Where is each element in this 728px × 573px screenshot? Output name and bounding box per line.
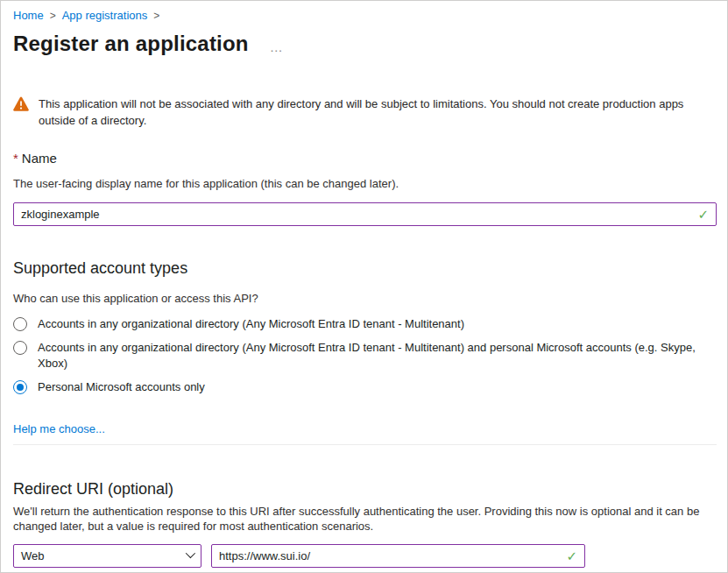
valid-check-icon: ✓ [566,548,577,562]
account-types-question: Who can use this application or access t… [13,291,715,306]
radio-option-multitenant-personal[interactable]: Accounts in any organizational directory… [13,340,715,371]
name-field-label: *Name [13,150,715,167]
radio-option-multitenant[interactable]: Accounts in any organizational directory… [13,316,715,332]
radio-button-icon[interactable] [13,317,27,331]
warning-text: This application will not be associated … [39,96,715,129]
breadcrumb-separator-icon: > [153,8,159,24]
radio-button-icon[interactable] [13,380,27,394]
redirect-uri-input-container: ✓ [211,544,585,568]
warning-triangle-icon [13,96,29,111]
breadcrumb-app-registrations-link[interactable]: App registrations [62,8,148,24]
section-divider [13,444,717,445]
register-application-page: Home > App registrations > Register an a… [0,0,728,573]
required-asterisk: * [13,151,18,166]
radio-option-personal-only[interactable]: Personal Microsoft accounts only [13,379,715,395]
redirect-uri-heading: Redirect URI (optional) [13,478,715,499]
name-field-description: The user-facing display name for this ap… [13,176,715,191]
breadcrumb-separator-icon: > [50,8,56,24]
breadcrumb-home-link[interactable]: Home [13,8,44,24]
radio-option-label: Accounts in any organizational directory… [38,316,464,332]
radio-option-label: Accounts in any organizational directory… [38,340,712,371]
breadcrumb: Home > App registrations > [13,8,715,24]
redirect-uri-description: We'll return the authentication response… [13,504,715,534]
page-title: Register an application [13,29,249,59]
valid-check-icon: ✓ [697,207,709,220]
supported-account-types-heading: Supported account types [13,258,715,279]
chevron-down-icon [186,548,195,558]
platform-select-value: Web [21,549,45,562]
name-input[interactable] [14,203,716,225]
account-type-radio-group: Accounts in any organizational directory… [13,316,715,395]
help-me-choose-link[interactable]: Help me choose... [13,421,105,436]
more-options-icon[interactable]: … [270,39,284,54]
platform-select-dropdown[interactable]: Web [13,544,201,568]
radio-button-icon[interactable] [13,341,27,355]
warning-banner: This application will not be associated … [13,96,715,129]
radio-option-label: Personal Microsoft accounts only [38,379,205,395]
redirect-uri-input[interactable] [212,545,584,567]
name-input-container: ✓ [13,202,717,226]
